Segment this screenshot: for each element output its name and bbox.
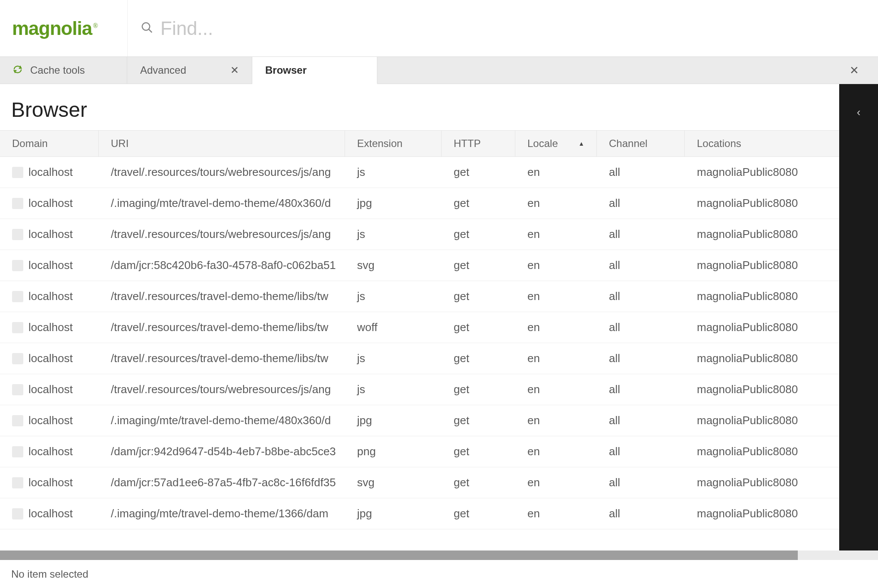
cell-channel: all xyxy=(597,383,685,396)
tab-label: Cache tools xyxy=(30,64,85,76)
col-header-uri[interactable]: URI xyxy=(99,131,345,156)
cell-extension: js xyxy=(345,352,442,365)
cell-locale: en xyxy=(515,321,597,334)
col-header-extension[interactable]: Extension xyxy=(345,131,442,156)
tab-home-cache-tools[interactable]: Cache tools xyxy=(0,57,127,84)
table-row[interactable]: localhost/.imaging/mte/travel-demo-theme… xyxy=(0,188,839,219)
svg-line-1 xyxy=(149,29,152,32)
cell-locations: magnoliaPublic8080 xyxy=(685,290,839,303)
cell-locations: magnoliaPublic8080 xyxy=(685,321,839,334)
cell-locale: en xyxy=(515,259,597,272)
cell-domain: localhost xyxy=(0,383,99,396)
cache-table: Domain URI Extension HTTP Locale▲ Channe… xyxy=(0,130,839,550)
table-row[interactable]: localhost/.imaging/mte/travel-demo-theme… xyxy=(0,405,839,436)
sort-asc-icon: ▲ xyxy=(578,140,584,147)
file-icon xyxy=(12,477,23,488)
horizontal-scrollbar[interactable] xyxy=(0,550,878,560)
app-header: magnolia® xyxy=(0,0,878,56)
cell-locations: magnoliaPublic8080 xyxy=(685,259,839,272)
cell-extension: woff xyxy=(345,321,442,334)
cell-locale: en xyxy=(515,352,597,365)
col-header-locale[interactable]: Locale▲ xyxy=(515,131,597,156)
file-icon xyxy=(12,415,23,426)
cell-http: get xyxy=(442,383,515,396)
cell-channel: all xyxy=(597,414,685,427)
table-body[interactable]: localhost/travel/.resources/tours/webres… xyxy=(0,157,839,550)
cell-channel: all xyxy=(597,166,685,179)
col-header-locations[interactable]: Locations xyxy=(685,131,839,156)
cell-http: get xyxy=(442,476,515,489)
table-row[interactable]: localhost/travel/.resources/tours/webres… xyxy=(0,219,839,250)
cell-locations: magnoliaPublic8080 xyxy=(685,476,839,489)
table-row[interactable]: localhost/travel/.resources/travel-demo-… xyxy=(0,312,839,343)
cell-channel: all xyxy=(597,352,685,365)
cell-locale: en xyxy=(515,166,597,179)
cell-http: get xyxy=(442,228,515,241)
close-icon[interactable]: ✕ xyxy=(230,64,239,76)
table-row[interactable]: localhost/dam/jcr:58c420b6-fa30-4578-8af… xyxy=(0,250,839,281)
file-icon xyxy=(12,291,23,302)
cell-uri: /.imaging/mte/travel-demo-theme/480x360/… xyxy=(99,414,345,427)
table-row[interactable]: localhost/dam/jcr:57ad1ee6-87a5-4fb7-ac8… xyxy=(0,467,839,498)
scrollbar-thumb[interactable] xyxy=(0,550,798,560)
cell-http: get xyxy=(442,290,515,303)
cell-domain: localhost xyxy=(0,445,99,458)
cell-locations: magnoliaPublic8080 xyxy=(685,228,839,241)
col-header-http[interactable]: HTTP xyxy=(442,131,515,156)
cell-channel: all xyxy=(597,197,685,210)
cell-http: get xyxy=(442,197,515,210)
chevron-left-icon[interactable]: ‹ xyxy=(857,106,861,550)
cell-locations: magnoliaPublic8080 xyxy=(685,352,839,365)
cell-uri: /dam/jcr:58c420b6-fa30-4578-8af0-c062ba5… xyxy=(99,259,345,272)
close-all-icon[interactable]: ✕ xyxy=(850,64,859,77)
cell-channel: all xyxy=(597,321,685,334)
cell-extension: jpg xyxy=(345,414,442,427)
brand-logo[interactable]: magnolia® xyxy=(0,0,127,56)
cell-uri: /dam/jcr:57ad1ee6-87a5-4fb7-ac8c-16f6fdf… xyxy=(99,476,345,489)
cell-locations: magnoliaPublic8080 xyxy=(685,507,839,520)
cell-http: get xyxy=(442,259,515,272)
page-title: Browser xyxy=(0,84,839,130)
cell-extension: svg xyxy=(345,476,442,489)
table-header-row: Domain URI Extension HTTP Locale▲ Channe… xyxy=(0,130,839,157)
cell-locale: en xyxy=(515,383,597,396)
cell-http: get xyxy=(442,414,515,427)
file-icon xyxy=(12,322,23,333)
col-header-domain[interactable]: Domain xyxy=(0,131,99,156)
table-row[interactable]: localhost/travel/.resources/tours/webres… xyxy=(0,157,839,188)
cell-domain: localhost xyxy=(0,414,99,427)
cell-uri: /travel/.resources/tours/webresources/js… xyxy=(99,166,345,179)
cell-locale: en xyxy=(515,290,597,303)
cell-domain: localhost xyxy=(0,476,99,489)
table-row[interactable]: localhost/.imaging/mte/travel-demo-theme… xyxy=(0,498,839,529)
cell-locale: en xyxy=(515,445,597,458)
cell-locations: magnoliaPublic8080 xyxy=(685,414,839,427)
cell-extension: png xyxy=(345,445,442,458)
col-header-channel[interactable]: Channel xyxy=(597,131,685,156)
table-row[interactable]: localhost/travel/.resources/tours/webres… xyxy=(0,374,839,405)
main-panel: Browser Domain URI Extension HTTP Locale… xyxy=(0,84,839,550)
cell-domain: localhost xyxy=(0,259,99,272)
cell-extension: jpg xyxy=(345,507,442,520)
cell-uri: /dam/jcr:942d9647-d54b-4eb7-b8be-abc5ce3 xyxy=(99,445,345,458)
cell-http: get xyxy=(442,507,515,520)
cell-channel: all xyxy=(597,476,685,489)
cell-locale: en xyxy=(515,197,597,210)
cell-domain: localhost xyxy=(0,352,99,365)
table-row[interactable]: localhost/travel/.resources/travel-demo-… xyxy=(0,281,839,312)
table-row[interactable]: localhost/travel/.resources/travel-demo-… xyxy=(0,343,839,374)
cell-locale: en xyxy=(515,507,597,520)
search-input[interactable] xyxy=(160,18,462,39)
cell-http: get xyxy=(442,166,515,179)
search-icon xyxy=(141,21,154,36)
cell-uri: /travel/.resources/travel-demo-theme/lib… xyxy=(99,290,345,303)
content-area: Browser Domain URI Extension HTTP Locale… xyxy=(0,84,878,550)
tab-advanced[interactable]: Advanced ✕ xyxy=(127,57,252,84)
svg-point-0 xyxy=(142,22,150,30)
table-row[interactable]: localhost/dam/jcr:942d9647-d54b-4eb7-b8b… xyxy=(0,436,839,467)
cell-extension: jpg xyxy=(345,197,442,210)
cell-locale: en xyxy=(515,414,597,427)
file-icon xyxy=(12,229,23,240)
cell-channel: all xyxy=(597,259,685,272)
tab-browser[interactable]: Browser xyxy=(252,57,377,84)
